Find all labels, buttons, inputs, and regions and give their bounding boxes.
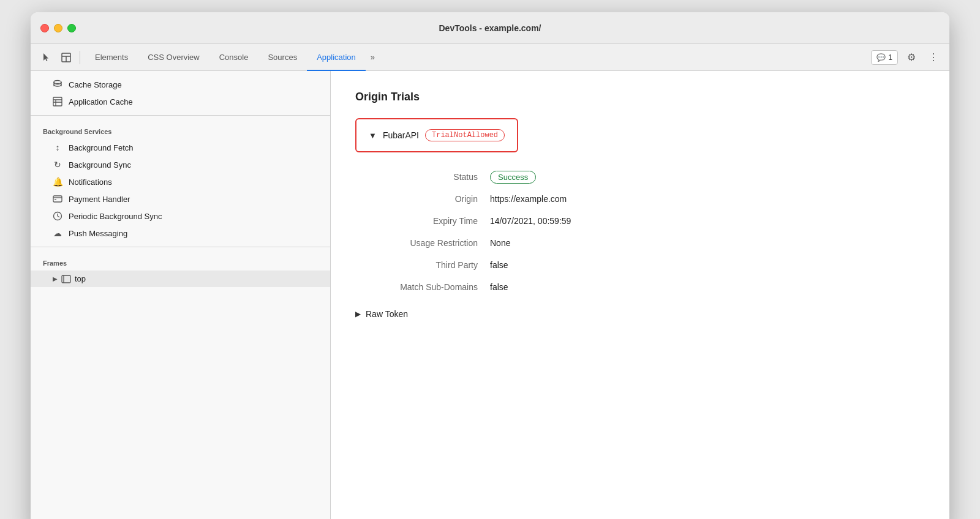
expiry-value: 14/07/2021, 00:59:59 (490, 216, 571, 226)
comment-icon: 💬 (876, 53, 886, 62)
titlebar: DevTools - example.com/ (31, 12, 949, 44)
sidebar-item-background-sync[interactable]: ↻ Background Sync (31, 156, 330, 173)
raw-token-arrow[interactable]: ▶ (355, 310, 361, 318)
tab-elements[interactable]: Elements (85, 44, 138, 71)
tab-console[interactable]: Console (209, 44, 258, 71)
detail-row-match-subdomains: Match Sub-Domains false (355, 282, 925, 292)
trial-name: FubarAPI (383, 130, 419, 140)
page-title: Origin Trials (355, 91, 925, 103)
match-subdomains-label: Match Sub-Domains (355, 282, 490, 292)
cursor-icon[interactable] (38, 49, 55, 66)
background-services-header: Background Services (31, 121, 330, 139)
trial-expand-arrow[interactable]: ▼ (369, 131, 377, 140)
svg-rect-6 (53, 97, 62, 106)
sidebar-divider-2 (31, 247, 330, 247)
maximize-button[interactable] (67, 24, 76, 32)
sidebar-item-application-cache[interactable]: Application Cache (31, 93, 330, 110)
tab-sources[interactable]: Sources (258, 44, 307, 71)
sidebar-item-cache-storage[interactable]: Cache Storage (31, 76, 330, 93)
third-party-value: false (490, 260, 508, 270)
devtools-window: DevTools - example.com/ Elements CSS Ove… (31, 12, 949, 519)
settings-button[interactable]: ⚙ (903, 49, 920, 66)
detail-table: Status Success Origin https://example.co… (355, 172, 925, 304)
usage-restriction-value: None (490, 238, 510, 248)
raw-token-label: Raw Token (366, 309, 408, 319)
frame-top-label: top (75, 274, 86, 283)
more-tabs-button[interactable]: » (366, 44, 380, 71)
minimize-button[interactable] (54, 24, 62, 32)
traffic-lights (40, 24, 76, 32)
close-button[interactable] (40, 24, 49, 32)
sidebar: Cache Storage Application Cache Backgrou… (31, 71, 331, 519)
content-panel: Origin Trials ▼ FubarAPI TrialNotAllowed… (331, 71, 949, 519)
svg-rect-16 (62, 275, 70, 283)
tab-css-overview[interactable]: CSS Overview (138, 44, 209, 71)
toolbar: Elements CSS Overview Console Sources Ap… (31, 44, 949, 71)
expiry-label: Expiry Time (355, 216, 490, 226)
more-options-button[interactable]: ⋮ (925, 49, 942, 66)
match-subdomains-value: false (490, 282, 508, 292)
status-label: Status (355, 172, 490, 182)
third-party-label: Third Party (355, 260, 490, 270)
notifications-icon: 🔔 (53, 177, 62, 187)
toolbar-divider (80, 51, 80, 64)
status-badge: Success (490, 171, 536, 184)
tab-application[interactable]: Application (307, 44, 366, 71)
status-value: Success (490, 172, 536, 182)
sidebar-item-notifications[interactable]: 🔔 Notifications (31, 173, 330, 190)
window-title: DevTools - example.com/ (439, 23, 541, 33)
origin-label: Origin (355, 194, 490, 204)
toolbar-tabs: Elements CSS Overview Console Sources Ap… (85, 44, 869, 71)
trial-badge: TrialNotAllowed (425, 129, 505, 141)
main-content: Cache Storage Application Cache Backgrou… (31, 71, 949, 519)
raw-token-row[interactable]: ▶ Raw Token (355, 309, 925, 319)
trial-box[interactable]: ▼ FubarAPI TrialNotAllowed (355, 118, 518, 152)
notifications-button[interactable]: 💬 1 (871, 50, 898, 65)
detail-row-expiry: Expiry Time 14/07/2021, 00:59:59 (355, 216, 925, 226)
detail-row-usage-restriction: Usage Restriction None (355, 238, 925, 248)
detail-row-origin: Origin https://example.com (355, 194, 925, 204)
frames-header: Frames (31, 252, 330, 271)
periodic-background-sync-icon (53, 211, 62, 221)
cache-storage-icon (53, 80, 62, 89)
detail-row-third-party: Third Party false (355, 260, 925, 270)
svg-point-3 (54, 81, 61, 84)
toolbar-right: 💬 1 ⚙ ⋮ (871, 49, 942, 66)
detail-row-status: Status Success (355, 172, 925, 182)
frame-top-arrow: ▶ (53, 275, 58, 282)
background-fetch-icon: ↕ (53, 143, 62, 152)
usage-restriction-label: Usage Restriction (355, 238, 490, 248)
svg-rect-10 (53, 196, 62, 202)
sidebar-divider-1 (31, 115, 330, 116)
push-messaging-icon: ☁ (53, 228, 62, 238)
background-sync-icon: ↻ (53, 160, 62, 170)
dock-icon[interactable] (58, 49, 75, 66)
sidebar-item-frame-top[interactable]: ▶ top (31, 271, 330, 287)
sidebar-item-push-messaging[interactable]: ☁ Push Messaging (31, 225, 330, 242)
origin-value: https://example.com (490, 194, 567, 204)
application-cache-icon (53, 97, 62, 106)
sidebar-item-periodic-background-sync[interactable]: Periodic Background Sync (31, 207, 330, 225)
sidebar-item-background-fetch[interactable]: ↕ Background Fetch (31, 139, 330, 156)
svg-line-15 (58, 216, 59, 217)
payment-handler-icon (53, 194, 62, 204)
sidebar-item-payment-handler[interactable]: Payment Handler (31, 190, 330, 207)
